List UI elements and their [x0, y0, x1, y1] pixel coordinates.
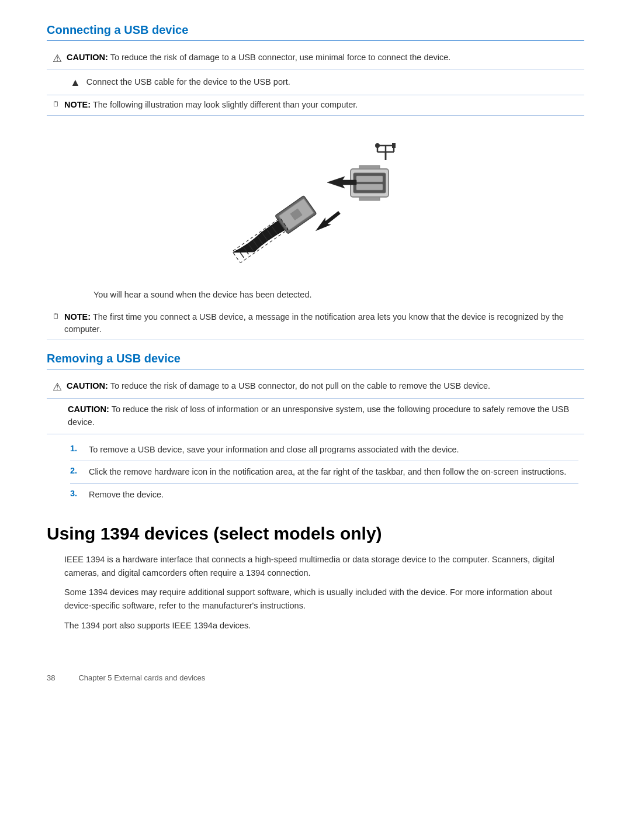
connecting-note2-text: NOTE: The first time you connect a USB d…: [64, 311, 578, 337]
connecting-note1-label: NOTE:: [64, 100, 91, 109]
svg-marker-29: [313, 209, 342, 235]
ieee-para2: Some 1394 devices may require additional…: [47, 586, 584, 618]
connecting-bullet-text: Connect the USB cable for the device to …: [86, 76, 290, 89]
usb-image-container: [47, 119, 584, 289]
page-number: 38: [47, 673, 55, 682]
note1-icon: 🗒: [53, 100, 60, 108]
connecting-note1-body: The following illustration may look slig…: [93, 100, 358, 109]
caution-triangle-icon: ⚠: [53, 52, 62, 65]
connecting-caution-label: CAUTION:: [67, 53, 108, 62]
connecting-note1-block: 🗒 NOTE: The following illustration may l…: [47, 95, 584, 116]
svg-rect-28: [233, 217, 289, 262]
bullet-arrow-icon: ▲: [70, 77, 81, 89]
step2-text: Click the remove hardware icon in the no…: [89, 466, 566, 479]
removing-step-1: 1. To remove a USB device, save your inf…: [70, 439, 578, 462]
usb-illustration: [193, 137, 438, 277]
connecting-note1-text: NOTE: The following illustration may loo…: [64, 99, 358, 112]
step3-text: Remove the device.: [89, 489, 164, 502]
removing-caution2-text: CAUTION: To reduce the risk of loss of i…: [53, 403, 578, 429]
removing-step-3: 3. Remove the device.: [70, 484, 578, 506]
removing-caution1-text: CAUTION: To reduce the risk of damage to…: [67, 380, 490, 393]
removing-step-2: 2. Click the remove hardware icon in the…: [70, 461, 578, 484]
step1-num: 1.: [70, 444, 81, 457]
removing-divider: [47, 369, 584, 369]
note2-icon: 🗒: [53, 312, 60, 320]
connecting-heading: Connecting a USB device: [47, 23, 584, 37]
connecting-section: Connecting a USB device ⚠ CAUTION: To re…: [47, 23, 584, 340]
removing-heading: Removing a USB device: [47, 352, 584, 365]
step2-num: 2.: [70, 466, 81, 479]
removing-section: Removing a USB device ⚠ CAUTION: To redu…: [47, 352, 584, 506]
step3-num: 3.: [70, 489, 81, 502]
connecting-note2-label: NOTE:: [64, 312, 91, 322]
connecting-caution-body: To reduce the risk of damage to a USB co…: [110, 53, 451, 62]
connecting-note2-body: The first time you connect a USB device,…: [64, 312, 564, 334]
svg-rect-14: [359, 165, 380, 169]
svg-rect-15: [359, 197, 380, 201]
removing-steps-list: 1. To remove a USB device, save your inf…: [47, 439, 584, 506]
removing-caution1-triangle-icon: ⚠: [53, 381, 62, 393]
chapter-label: Chapter 5 External cards and devices: [78, 673, 205, 682]
ieee-para3: The 1394 port also supports IEEE 1394a d…: [47, 619, 584, 638]
svg-rect-12: [356, 176, 383, 182]
svg-rect-13: [356, 184, 383, 190]
ieee-para1: IEEE 1394 is a hardware interface that c…: [47, 553, 584, 586]
removing-caution1-label: CAUTION:: [67, 381, 108, 390]
page-footer: 38 Chapter 5 External cards and devices: [47, 673, 584, 682]
connecting-divider: [47, 40, 584, 41]
sound-detected-note: You will hear a sound when the device ha…: [47, 289, 584, 307]
connecting-note2-block: 🗒 NOTE: The first time you connect a USB…: [47, 307, 584, 341]
removing-caution2-body: To reduce the risk of loss of informatio…: [68, 405, 569, 427]
connecting-caution-block: ⚠ CAUTION: To reduce the risk of damage …: [47, 47, 584, 70]
removing-caution1-block: ⚠ CAUTION: To reduce the risk of damage …: [47, 375, 584, 399]
step1-text: To remove a USB device, save your inform…: [89, 444, 459, 457]
connecting-caution-text: CAUTION: To reduce the risk of damage to…: [67, 51, 450, 64]
using1394-heading: Using 1394 devices (select models only): [47, 524, 584, 544]
removing-caution1-body: To reduce the risk of damage to a USB co…: [110, 381, 490, 390]
removing-caution2-block: CAUTION: To reduce the risk of loss of i…: [47, 399, 584, 434]
using1394-section: Using 1394 devices (select models only) …: [47, 524, 584, 638]
connecting-bullet-item: ▲ Connect the USB cable for the device t…: [47, 70, 584, 95]
removing-caution2-label: CAUTION:: [68, 405, 109, 414]
